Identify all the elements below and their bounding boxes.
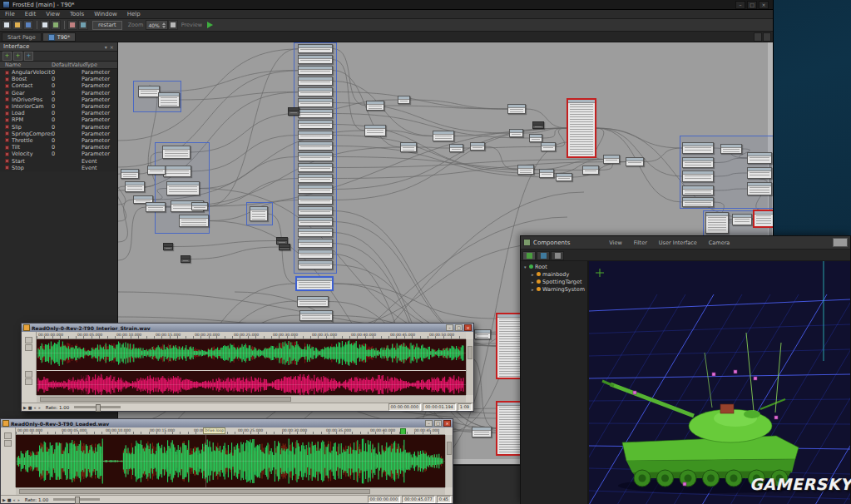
column-type[interactable]: Type	[85, 62, 117, 68]
menu-window[interactable]: Window	[89, 11, 122, 17]
graph-node[interactable]	[298, 185, 333, 194]
graph-node[interactable]	[532, 121, 544, 129]
graph-node[interactable]	[626, 157, 644, 166]
graph-node[interactable]	[364, 125, 386, 136]
tank-model[interactable]	[602, 333, 809, 493]
graph-node[interactable]	[298, 228, 333, 237]
audio1-minimize-button[interactable]: –	[446, 324, 453, 331]
graph-node[interactable]	[398, 96, 410, 104]
interface-row[interactable]: Gear0Parameter	[0, 90, 117, 96]
graph-node[interactable]	[298, 260, 333, 269]
rewind-icon[interactable]: «	[13, 497, 16, 503]
graph-node[interactable]	[158, 92, 180, 107]
interface-row[interactable]: Tilt0Parameter	[0, 144, 117, 151]
graph-node[interactable]	[366, 101, 384, 111]
graph-node[interactable]	[163, 243, 173, 250]
graph-node[interactable]	[181, 255, 190, 263]
channel-solo-button[interactable]	[4, 432, 12, 439]
components-panel-button[interactable]	[833, 238, 848, 247]
channel-mute-button[interactable]	[25, 344, 32, 351]
audio1-waveform[interactable]	[37, 339, 466, 395]
graph-node[interactable]	[298, 131, 333, 140]
tree-item-root[interactable]: ▾Root	[521, 263, 587, 270]
components-menu-filter[interactable]: Filter	[628, 240, 653, 246]
spinner-icon[interactable]	[162, 22, 166, 28]
graph-node[interactable]	[147, 166, 166, 175]
channel-solo-button[interactable]	[25, 337, 32, 343]
audio1-rate-slider[interactable]	[74, 406, 121, 408]
tree-item-mainbody[interactable]: ▸mainbody	[521, 270, 587, 278]
components-tab-3[interactable]	[551, 251, 564, 260]
toolbar-icon-2[interactable]	[12, 20, 22, 30]
rewind-icon[interactable]: «	[34, 404, 37, 411]
components-tab-1[interactable]	[522, 251, 536, 260]
graph-node[interactable]	[298, 250, 333, 259]
graph-node[interactable]	[163, 166, 191, 177]
components-menu-view[interactable]: View	[603, 240, 627, 246]
panel-menu-icon[interactable]: ▾	[105, 44, 107, 50]
graph-node[interactable]	[720, 144, 742, 154]
graph-node[interactable]	[747, 152, 772, 164]
interface-row[interactable]: Throttle0Parameter	[0, 137, 117, 144]
graph-node[interactable]	[296, 277, 333, 290]
graph-node[interactable]	[298, 55, 333, 64]
audio1-ruler[interactable]: 00:00:00.00000:00:05.00000:00:10.00000:0…	[37, 332, 466, 339]
add-item-button[interactable]: +	[24, 52, 33, 61]
scrollbar-thumb[interactable]	[468, 346, 473, 359]
stop-icon[interactable]: ■	[28, 404, 32, 411]
audio1-vscrollbar[interactable]	[466, 339, 473, 395]
region-end-marker[interactable]	[400, 428, 406, 435]
gizmo-marker[interactable]	[734, 370, 737, 373]
graph-node[interactable]	[556, 173, 572, 181]
graph-node[interactable]	[754, 210, 773, 227]
add-event-button[interactable]: +	[13, 52, 22, 61]
graph-node[interactable]	[298, 217, 333, 226]
minimize-button[interactable]: –	[735, 1, 745, 9]
tab-scroll-left-icon[interactable]	[754, 32, 762, 42]
graph-node[interactable]	[298, 109, 333, 118]
graph-node[interactable]	[298, 163, 333, 172]
add-parameter-button[interactable]: +	[2, 52, 12, 61]
graph-node[interactable]	[682, 185, 714, 195]
graph-node[interactable]	[146, 202, 166, 212]
interface-row[interactable]: InDriverPos0Parameter	[0, 96, 117, 103]
viewport-3d[interactable]	[589, 261, 850, 504]
graph-node[interactable]	[299, 310, 333, 321]
column-name[interactable]: Name	[0, 62, 52, 68]
graph-node[interactable]	[682, 170, 714, 182]
channel-mute-button[interactable]	[4, 440, 12, 447]
play-icon[interactable]: ▶	[2, 497, 6, 503]
interface-row[interactable]: Contact0Parameter	[0, 82, 117, 89]
graph-node[interactable]	[298, 44, 333, 53]
graph-node[interactable]	[297, 296, 329, 307]
maximize-button[interactable]: □	[747, 1, 757, 9]
gizmo-marker[interactable]	[774, 416, 778, 419]
region-marker-tag[interactable]: Drive.loop	[203, 427, 225, 434]
menu-help[interactable]: Help	[122, 11, 146, 17]
interface-row[interactable]: SpringCompression0Parameter	[0, 131, 117, 137]
interface-row[interactable]: StopEvent	[0, 165, 117, 171]
audio2-waveform[interactable]	[16, 435, 445, 487]
graph-node[interactable]	[470, 142, 485, 151]
audio2-maximize-button[interactable]: □	[434, 420, 442, 427]
tree-item-spottingtarget[interactable]: ▸SpottingTarget	[521, 278, 587, 285]
graph-node[interactable]	[705, 212, 729, 234]
zoom-select[interactable]: 40%	[146, 20, 167, 30]
menu-view[interactable]: View	[41, 11, 65, 17]
graph-node[interactable]	[400, 142, 417, 152]
interface-row[interactable]: RPM0Parameter	[0, 116, 117, 123]
graph-node[interactable]	[138, 86, 160, 97]
audio1-titlebar[interactable]: ReadOnly-0-Rev-2-T90_Interior_Strain.wav…	[22, 324, 473, 332]
graph-node[interactable]	[166, 181, 200, 195]
forward-icon[interactable]: »	[38, 404, 41, 411]
graph-node[interactable]	[541, 142, 556, 151]
slider-thumb[interactable]	[75, 497, 80, 504]
toolbar-icon-1[interactable]	[2, 20, 12, 30]
interface-row[interactable]: Boost0Parameter	[0, 76, 117, 82]
interface-row[interactable]: Velocity0Parameter	[0, 151, 117, 157]
components-menu-user-interface[interactable]: User Interface	[653, 240, 703, 246]
toolbar-icon-8[interactable]	[168, 20, 178, 30]
tree-item-warningsystem[interactable]: ▸WarningSystem	[521, 285, 587, 293]
graph-node[interactable]	[603, 155, 620, 164]
play-icon[interactable]: ▶	[23, 404, 27, 411]
